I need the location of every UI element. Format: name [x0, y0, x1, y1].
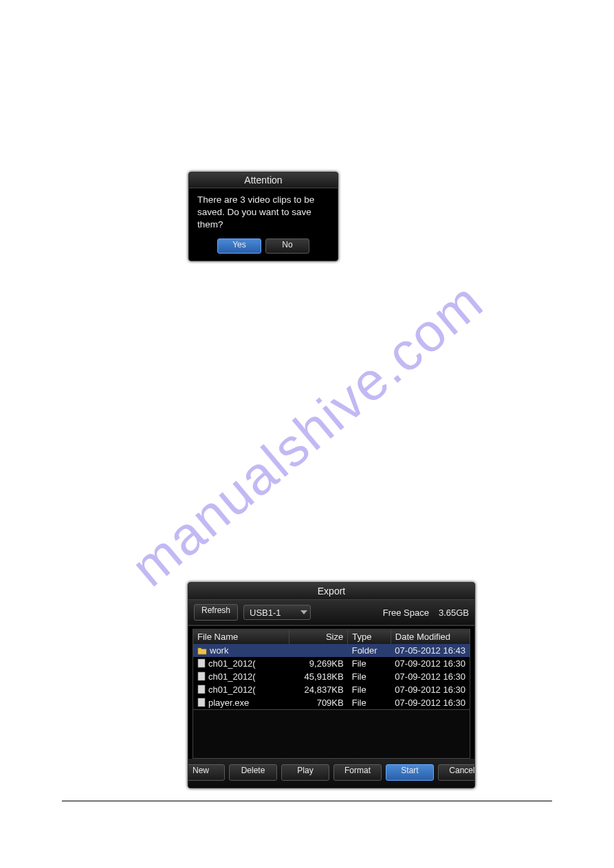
- format-button[interactable]: Format: [333, 764, 382, 781]
- file-size-cell: 45,918KB: [289, 670, 348, 683]
- folder-icon: [197, 647, 207, 655]
- column-header-size[interactable]: Size: [289, 630, 348, 645]
- export-footer: New Delete Play Format Start Cancel: [188, 759, 474, 788]
- file-date-cell: 07-09-2012 16:30: [391, 657, 470, 670]
- column-header-name[interactable]: File Name: [193, 630, 289, 645]
- refresh-button[interactable]: Refresh: [194, 604, 238, 621]
- file-icon: [197, 685, 206, 694]
- file-name-cell: ch01_2012(: [193, 657, 289, 670]
- file-name-text: work: [210, 645, 228, 656]
- file-type-cell: File: [348, 657, 391, 670]
- table-row[interactable]: ch01_2012(9,269KBFile07-09-2012 16:30: [193, 657, 470, 670]
- column-header-date[interactable]: Date Modified: [391, 630, 470, 645]
- page-divider: [62, 801, 552, 801]
- file-name-text: player.exe: [208, 698, 249, 708]
- file-name-text: ch01_2012(: [208, 671, 256, 682]
- start-button[interactable]: Start: [386, 764, 434, 781]
- attention-title: Attention: [189, 173, 338, 188]
- file-type-cell: Folder: [348, 644, 391, 657]
- file-date-cell: 07-09-2012 16:30: [391, 696, 470, 710]
- device-dropdown[interactable]: USB1-1: [243, 605, 311, 620]
- file-size-cell: [289, 644, 348, 657]
- new-button[interactable]: New: [188, 764, 225, 781]
- table-row[interactable]: workFolder07-05-2012 16:43: [193, 644, 470, 657]
- table-row[interactable]: player.exe709KBFile07-09-2012 16:30: [193, 696, 470, 710]
- file-date-cell: 07-09-2012 16:30: [391, 683, 470, 696]
- file-date-cell: 07-05-2012 16:43: [391, 644, 470, 657]
- file-type-cell: File: [348, 670, 391, 683]
- yes-button[interactable]: Yes: [217, 238, 261, 254]
- file-icon: [197, 671, 206, 681]
- table-row[interactable]: ch01_2012(24,837KBFile07-09-2012 16:30: [193, 683, 470, 696]
- svg-rect-2: [198, 685, 205, 693]
- export-toolbar: Refresh USB1-1 Free Space 3.65GB: [188, 600, 474, 626]
- file-name-cell: ch01_2012(: [193, 670, 289, 683]
- no-button[interactable]: No: [265, 238, 309, 254]
- attention-dialog: Attention There are 3 video clips to be …: [188, 172, 338, 261]
- export-dialog: Export Refresh USB1-1 Free Space 3.65GB …: [188, 582, 475, 788]
- watermark-text: manualshive.com: [119, 269, 494, 599]
- file-name-text: ch01_2012(: [208, 685, 256, 695]
- attention-message: There are 3 video clips to be saved. Do …: [189, 188, 338, 236]
- file-table: File Name Size Type Date Modified workFo…: [193, 629, 470, 710]
- device-dropdown-value: USB1-1: [250, 608, 281, 618]
- delete-button[interactable]: Delete: [229, 764, 277, 781]
- file-icon: [197, 658, 206, 668]
- chevron-down-icon: [300, 610, 307, 614]
- file-size-cell: 9,269KB: [289, 657, 348, 670]
- file-type-cell: File: [348, 683, 391, 696]
- file-table-header-row: File Name Size Type Date Modified: [193, 630, 470, 645]
- file-size-cell: 24,837KB: [289, 683, 348, 696]
- file-table-empty-area: [193, 710, 470, 759]
- file-size-cell: 709KB: [289, 696, 348, 710]
- svg-rect-1: [198, 672, 205, 680]
- table-row[interactable]: ch01_2012(45,918KBFile07-09-2012 16:30: [193, 670, 470, 683]
- file-icon: [197, 698, 206, 707]
- attention-button-row: Yes No: [189, 236, 338, 260]
- svg-rect-0: [198, 659, 205, 667]
- column-header-type[interactable]: Type: [348, 630, 391, 645]
- svg-rect-3: [198, 698, 205, 706]
- file-name-cell: work: [193, 644, 289, 657]
- free-space-label: Free Space: [383, 608, 429, 618]
- export-title: Export: [188, 583, 474, 600]
- file-name-cell: ch01_2012(: [193, 683, 289, 696]
- free-space-value: 3.65GB: [439, 608, 469, 618]
- cancel-button[interactable]: Cancel: [438, 764, 475, 781]
- file-date-cell: 07-09-2012 16:30: [391, 670, 470, 683]
- file-type-cell: File: [348, 696, 391, 710]
- file-name-cell: player.exe: [193, 696, 289, 710]
- play-button[interactable]: Play: [281, 764, 329, 781]
- file-name-text: ch01_2012(: [208, 658, 256, 669]
